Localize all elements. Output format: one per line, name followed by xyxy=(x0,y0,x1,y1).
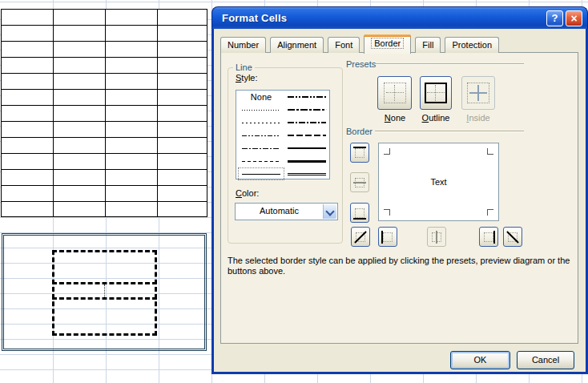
line-style-option-none[interactable]: None xyxy=(238,91,284,103)
line-style-option-hair[interactable] xyxy=(238,103,284,116)
line-style-listbox[interactable]: None xyxy=(236,90,330,179)
line-style-option-dash-dot-dot[interactable] xyxy=(238,129,284,142)
border-left-button[interactable] xyxy=(378,227,397,247)
color-dropdown-value: Automatic xyxy=(236,206,323,216)
presets-divider xyxy=(375,63,524,65)
ok-button[interactable]: OK xyxy=(450,351,510,369)
help-button[interactable]: ? xyxy=(546,10,563,26)
border-tab-page: Line Style: None xyxy=(220,52,578,344)
diagonal-up-icon xyxy=(354,231,367,244)
line-group-label: Line xyxy=(233,62,255,72)
presets-section-label: Presets xyxy=(346,59,376,69)
format-cells-dialog: Format Cells ? × Number Alignment Font B… xyxy=(211,6,588,374)
line-style-option-double[interactable] xyxy=(286,167,328,180)
color-dropdown[interactable]: Automatic xyxy=(235,203,338,220)
tab-border[interactable]: Border xyxy=(364,34,411,54)
preset-outline-button[interactable] xyxy=(420,76,452,110)
close-icon: × xyxy=(570,12,577,25)
border-inside-icon xyxy=(467,83,489,103)
preset-inside-button xyxy=(461,76,495,110)
line-style-option-medium-solid[interactable] xyxy=(286,142,328,155)
border-top-button[interactable] xyxy=(350,143,369,163)
border-divider xyxy=(375,131,524,132)
close-button[interactable]: × xyxy=(566,10,582,26)
line-style-option-medium-dashed[interactable] xyxy=(286,129,328,142)
cancel-button[interactable]: Cancel xyxy=(517,351,574,369)
line-style-option-thick-solid[interactable] xyxy=(286,155,328,167)
border-inner-vertical-icon xyxy=(430,231,443,244)
border-bottom-button[interactable] xyxy=(350,203,369,223)
border-outline-icon xyxy=(425,83,447,103)
border-bottom-icon xyxy=(353,207,366,220)
dotted-center-divider xyxy=(104,284,105,297)
style-label: Style: xyxy=(236,73,258,83)
line-style-option-medium-dash-dot[interactable] xyxy=(286,116,328,129)
border-right-icon xyxy=(482,231,495,244)
border-right-button[interactable] xyxy=(479,227,498,247)
line-style-option-slanted-dash-dot[interactable] xyxy=(286,103,328,116)
preset-inside-label: Inside xyxy=(454,113,502,123)
chevron-down-icon xyxy=(325,207,334,216)
tab-fill[interactable]: Fill xyxy=(415,37,441,53)
corner-guide-top-right xyxy=(487,148,493,155)
dialog-titlebar[interactable]: Format Cells ? × xyxy=(211,6,588,29)
border-help-text: The selected border style can be applied… xyxy=(228,256,577,276)
line-style-option-medium-dash-dot-dot[interactable] xyxy=(286,91,328,103)
preset-outline-label: Outline xyxy=(412,113,460,123)
line-style-option-dash-dot[interactable] xyxy=(238,142,284,155)
line-style-option-dotted[interactable] xyxy=(238,116,284,129)
tab-strip: Number Alignment Font Border Fill Protec… xyxy=(220,34,501,53)
preset-none-button[interactable] xyxy=(377,76,412,110)
excel-worksheet-screen: Format Cells ? × Number Alignment Font B… xyxy=(0,0,588,383)
tab-protection[interactable]: Protection xyxy=(445,37,499,53)
bordered-cell-table[interactable] xyxy=(1,9,207,217)
border-inner-vertical-button xyxy=(427,227,446,247)
color-dropdown-arrow-button[interactable] xyxy=(323,204,336,219)
line-style-option-thin-solid-selected[interactable] xyxy=(238,167,284,180)
dialog-title: Format Cells xyxy=(222,12,287,24)
tab-font[interactable]: Font xyxy=(328,37,360,53)
border-left-icon xyxy=(381,231,394,244)
border-none-icon xyxy=(384,83,406,103)
corner-guide-bottom-right xyxy=(487,209,493,216)
border-diagonal-down-button[interactable] xyxy=(503,227,522,247)
border-inner-horizontal-icon xyxy=(353,176,366,189)
tab-alignment[interactable]: Alignment xyxy=(270,37,324,53)
question-icon: ? xyxy=(552,12,558,24)
border-preview-diagram[interactable]: Text xyxy=(378,143,499,221)
color-label: Color: xyxy=(236,188,259,198)
line-style-option-dashed[interactable] xyxy=(238,155,284,167)
tab-number[interactable]: Number xyxy=(220,37,266,53)
corner-guide-bottom-left xyxy=(384,209,390,216)
diagonal-down-icon xyxy=(506,231,519,244)
preview-text: Text xyxy=(379,177,498,187)
border-section-label: Border xyxy=(346,127,373,136)
dashed-inner-line-bottom xyxy=(52,297,157,300)
dialog-body: Number Alignment Font Border Fill Protec… xyxy=(211,29,588,374)
border-top-icon xyxy=(353,147,366,159)
border-inner-horizontal-button xyxy=(350,172,369,192)
line-groupbox: Line Style: None xyxy=(228,67,343,244)
border-diagonal-up-button[interactable] xyxy=(351,227,370,247)
corner-guide-top-left xyxy=(384,148,390,155)
